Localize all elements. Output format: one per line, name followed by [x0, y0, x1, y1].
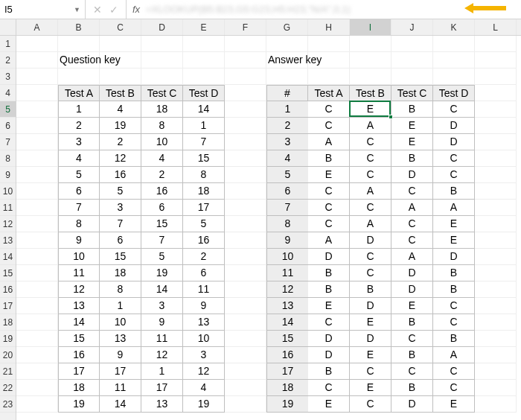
name-box-wrap[interactable]: ▼: [0, 0, 86, 19]
cell[interactable]: 6: [266, 183, 308, 200]
cell[interactable]: [475, 265, 517, 281]
column-header-E[interactable]: E: [183, 19, 225, 35]
cell[interactable]: 2: [58, 118, 100, 134]
cell[interactable]: E: [308, 167, 350, 183]
row-header-20[interactable]: 20: [0, 347, 16, 363]
cell[interactable]: [16, 249, 58, 265]
cell[interactable]: 17: [58, 363, 100, 380]
row-header-21[interactable]: 21: [0, 363, 16, 380]
cell[interactable]: C: [391, 216, 433, 232]
cell[interactable]: [266, 36, 308, 52]
cell[interactable]: 8: [58, 216, 100, 232]
cell[interactable]: Answer key: [266, 52, 308, 69]
cell[interactable]: Test D: [183, 85, 225, 101]
cell[interactable]: 8: [141, 118, 183, 134]
cell[interactable]: [475, 134, 517, 150]
column-header-G[interactable]: G: [266, 19, 308, 35]
cell[interactable]: 10: [141, 134, 183, 150]
cell[interactable]: [475, 150, 517, 167]
cell[interactable]: 2: [100, 134, 141, 150]
cell[interactable]: [475, 281, 517, 298]
cell[interactable]: [16, 396, 58, 413]
cell[interactable]: [391, 69, 433, 85]
cell[interactable]: 15: [58, 331, 100, 347]
cell[interactable]: [16, 167, 58, 183]
cell[interactable]: 1: [266, 101, 308, 118]
cell[interactable]: 5: [58, 167, 100, 183]
row-header-17[interactable]: 17: [0, 298, 16, 314]
cell[interactable]: B: [433, 281, 475, 298]
cell[interactable]: A: [350, 183, 391, 200]
cell[interactable]: [475, 118, 517, 134]
cell[interactable]: D: [433, 118, 475, 134]
cell[interactable]: [308, 52, 350, 69]
cell[interactable]: 3: [100, 200, 141, 216]
column-header-C[interactable]: C: [100, 19, 141, 35]
cell[interactable]: [16, 150, 58, 167]
cell[interactable]: 11: [266, 265, 308, 281]
cell[interactable]: [100, 52, 141, 69]
cell[interactable]: [16, 380, 58, 396]
cell[interactable]: 10: [100, 314, 141, 331]
cell[interactable]: D: [391, 281, 433, 298]
cell[interactable]: E: [391, 134, 433, 150]
cell[interactable]: 5: [100, 183, 141, 200]
cell[interactable]: A: [308, 134, 350, 150]
cell[interactable]: 17: [100, 363, 141, 380]
cell[interactable]: [16, 134, 58, 150]
cell[interactable]: [433, 52, 475, 69]
cell[interactable]: A: [433, 347, 475, 363]
cell[interactable]: B: [308, 281, 350, 298]
cell[interactable]: #: [266, 85, 308, 101]
cell[interactable]: D: [391, 167, 433, 183]
cell[interactable]: 6: [100, 232, 141, 249]
cell[interactable]: [16, 101, 58, 118]
cell[interactable]: 16: [141, 183, 183, 200]
cell[interactable]: [225, 183, 266, 200]
cell[interactable]: C: [308, 101, 350, 118]
cell[interactable]: 4: [100, 101, 141, 118]
column-header-K[interactable]: K: [433, 19, 475, 35]
column-header-D[interactable]: D: [141, 19, 183, 35]
cell[interactable]: C: [433, 314, 475, 331]
cell[interactable]: [225, 52, 266, 69]
cell[interactable]: 13: [100, 331, 141, 347]
fx-label[interactable]: fx: [127, 4, 146, 15]
cell[interactable]: 2: [141, 167, 183, 183]
column-header-A[interactable]: A: [16, 19, 58, 35]
cell[interactable]: [225, 347, 266, 363]
cell[interactable]: 7: [100, 216, 141, 232]
cell[interactable]: 9: [183, 298, 225, 314]
cell[interactable]: [16, 85, 58, 101]
cell[interactable]: 9: [58, 232, 100, 249]
cell[interactable]: B: [391, 101, 433, 118]
row-header-3[interactable]: 3: [0, 69, 16, 85]
cell[interactable]: [16, 281, 58, 298]
cell[interactable]: 15: [100, 249, 141, 265]
cell[interactable]: [100, 69, 141, 85]
cell[interactable]: [225, 200, 266, 216]
cell[interactable]: [16, 36, 58, 52]
cell[interactable]: 1: [100, 298, 141, 314]
cell[interactable]: 7: [183, 134, 225, 150]
cell[interactable]: 18: [266, 380, 308, 396]
cell[interactable]: [100, 36, 141, 52]
cell[interactable]: [225, 118, 266, 134]
cell[interactable]: B: [391, 314, 433, 331]
cell[interactable]: 17: [266, 363, 308, 380]
name-box[interactable]: [4, 4, 57, 15]
cell[interactable]: 10: [266, 249, 308, 265]
row-header-11[interactable]: 11: [0, 200, 16, 216]
row-header-22[interactable]: 22: [0, 380, 16, 396]
cell[interactable]: D: [308, 249, 350, 265]
cell[interactable]: 19: [58, 396, 100, 413]
cell[interactable]: 3: [266, 134, 308, 150]
cell[interactable]: Test C: [391, 85, 433, 101]
cell[interactable]: C: [308, 118, 350, 134]
cell[interactable]: 18: [100, 265, 141, 281]
cell[interactable]: C: [391, 331, 433, 347]
cell[interactable]: C: [350, 150, 391, 167]
cell[interactable]: [308, 69, 350, 85]
cell[interactable]: [225, 298, 266, 314]
cell[interactable]: [475, 69, 517, 85]
